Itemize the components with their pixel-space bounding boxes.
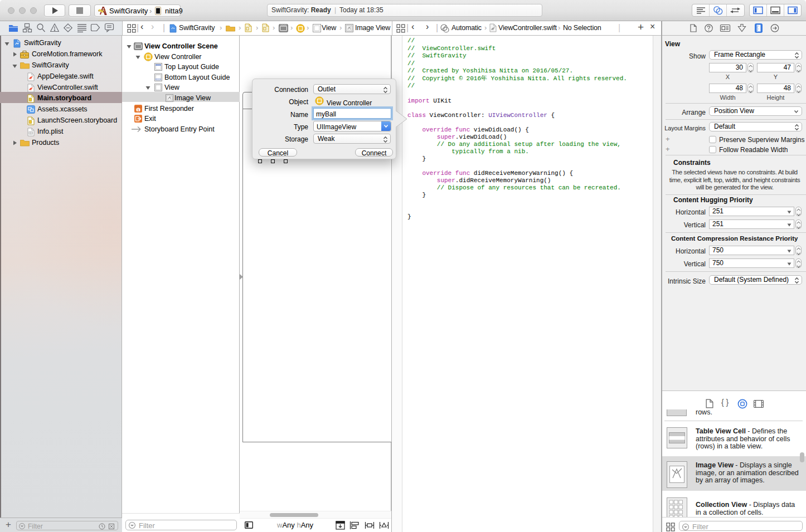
svg-text:1: 1 — [137, 108, 139, 111]
